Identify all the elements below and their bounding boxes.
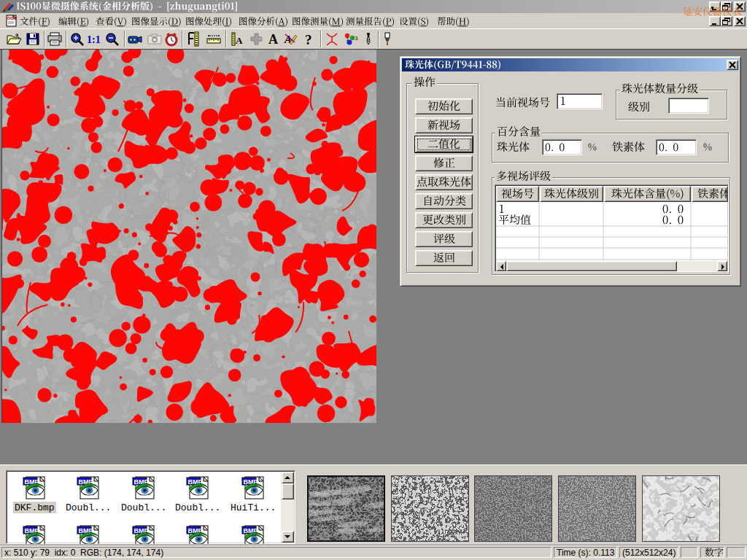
svg-text:DOC: DOC <box>7 16 18 20</box>
svg-text:1:1: 1:1 <box>87 34 101 45</box>
svg-text:3: 3 <box>355 36 358 41</box>
svg-text:A: A <box>268 32 278 47</box>
svg-text:?: ? <box>305 32 312 47</box>
svg-text:A: A <box>236 35 243 46</box>
